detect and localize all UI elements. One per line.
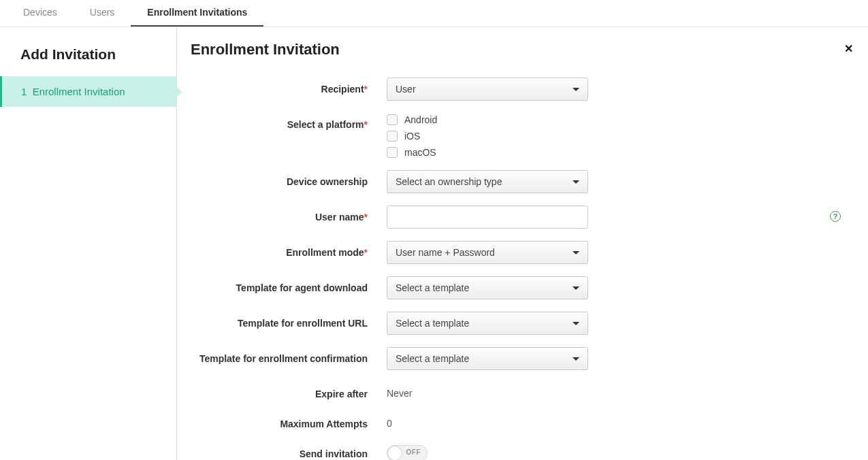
select-tpl-url-value: Select a template <box>396 318 469 329</box>
checkbox-icon <box>387 114 398 125</box>
label-expire: Expire after <box>191 382 368 400</box>
chevron-down-icon <box>573 286 579 290</box>
select-enroll-mode-value: User name + Password <box>396 247 495 258</box>
required-mark: * <box>364 119 368 130</box>
select-recipient[interactable]: User <box>387 78 588 101</box>
tab-enrollment-invitations[interactable]: Enrollment Invitations <box>131 0 263 27</box>
tab-users[interactable]: Users <box>74 0 131 27</box>
chevron-down-icon <box>573 88 579 91</box>
chevron-down-icon <box>573 180 579 184</box>
checkbox-android-label: Android <box>404 114 437 125</box>
tab-devices[interactable]: Devices <box>7 0 74 27</box>
checkbox-macos-label: macOS <box>404 147 436 158</box>
label-max-attempts: Maximum Attempts <box>191 412 368 430</box>
chevron-down-icon <box>573 322 579 325</box>
checkbox-macos[interactable]: macOS <box>387 147 811 158</box>
required-mark: * <box>364 84 368 95</box>
checkbox-android[interactable]: Android <box>387 114 811 125</box>
checkbox-ios-label: iOS <box>404 131 420 142</box>
wizard-sidebar: Add Invitation 1 Enrollment Invitation <box>0 27 177 460</box>
wizard-step-label: Enrollment Invitation <box>33 86 125 97</box>
label-platform: Select a platform* <box>191 113 368 131</box>
label-username: User name* <box>191 206 368 223</box>
sidebar-title: Add Invitation <box>0 41 176 76</box>
select-ownership[interactable]: Select an ownership type <box>387 170 588 193</box>
page-title: Enrollment Invitation <box>191 41 340 59</box>
content-area: Enrollment Invitation ✕ Recipient* User … <box>177 27 868 460</box>
select-tpl-agent[interactable]: Select a template <box>387 276 588 299</box>
select-enroll-mode[interactable]: User name + Password <box>387 241 588 264</box>
help-icon[interactable]: ? <box>830 211 841 222</box>
wizard-step-1[interactable]: 1 Enrollment Invitation <box>0 76 176 107</box>
label-enroll-mode: Enrollment mode* <box>191 241 368 259</box>
select-recipient-value: User <box>396 84 416 95</box>
select-tpl-agent-value: Select a template <box>396 282 469 293</box>
checkbox-ios[interactable]: iOS <box>387 131 811 142</box>
label-tpl-confirm: Template for enrollment confirmation <box>191 347 368 365</box>
label-tpl-agent: Template for agent download <box>191 276 368 294</box>
checkbox-icon <box>387 131 398 142</box>
platform-group: Android iOS macOS <box>387 113 811 158</box>
input-username[interactable] <box>387 206 588 229</box>
label-recipient: Recipient* <box>191 78 368 95</box>
select-tpl-confirm[interactable]: Select a template <box>387 347 588 370</box>
required-mark: * <box>364 247 368 258</box>
required-mark: * <box>364 212 368 223</box>
select-tpl-confirm-value: Select a template <box>396 353 469 364</box>
label-tpl-url: Template for enrollment URL <box>191 312 368 329</box>
label-ownership: Device ownership <box>191 170 368 188</box>
toggle-state: OFF <box>406 448 421 456</box>
checkbox-icon <box>387 147 398 158</box>
value-expire: Never <box>387 382 811 399</box>
toggle-knob <box>387 446 402 460</box>
wizard-step-number: 1 <box>21 86 27 97</box>
enrollment-form: Recipient* User Select a platform* Andro… <box>191 78 857 460</box>
label-send-invitation: Send invitation <box>191 442 368 460</box>
chevron-down-icon <box>573 251 579 254</box>
select-tpl-url[interactable]: Select a template <box>387 312 588 335</box>
toggle-send-invitation[interactable]: OFF <box>387 445 428 460</box>
chevron-down-icon <box>573 357 579 361</box>
top-tabs: Devices Users Enrollment Invitations <box>0 0 868 27</box>
close-button[interactable]: ✕ <box>840 41 857 56</box>
select-ownership-value: Select an ownership type <box>396 176 502 187</box>
value-max-attempts: 0 <box>387 412 811 429</box>
